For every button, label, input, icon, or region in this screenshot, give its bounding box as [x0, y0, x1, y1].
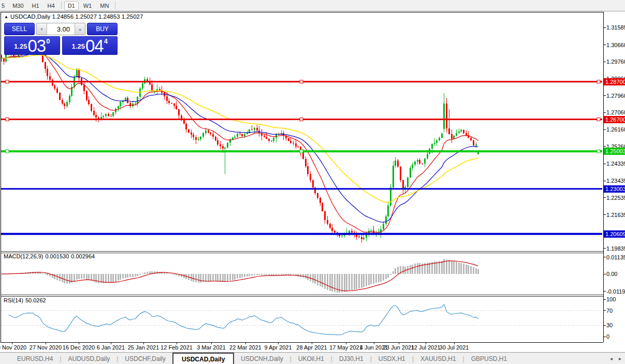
macd-axis-label: -0.01190: [606, 288, 625, 295]
line-handle: [6, 80, 9, 83]
timeframe-button-5[interactable]: 5: [1, 1, 8, 10]
tab-scroll-left-button[interactable]: ◂: [610, 356, 613, 361]
date-axis-label: 25 Jan 2021: [128, 344, 159, 351]
axis-ticks: [12, 27, 606, 344]
rsi-indicator-title: RSI(14)50.0262: [4, 297, 48, 303]
date-axis-label: 9 Apr 2021: [264, 344, 292, 351]
bid-price-display[interactable]: 1.25030: [4, 36, 60, 55]
lot-size-stepper: ▼ 3.00 ▲: [36, 23, 85, 35]
arrow-up-icon: ▲: [78, 27, 82, 31]
line-handle: [300, 80, 303, 83]
lot-increase-button[interactable]: ▲: [75, 23, 85, 35]
line-handle: [300, 150, 303, 153]
symbol-tab-usdcnh[interactable]: USDCNH,Daily: [234, 353, 289, 364]
macd-label: MACD(12,26,9): [4, 253, 43, 259]
ma-fast-line: [2, 51, 478, 232]
symbol-collapse-icon[interactable]: ▲: [4, 14, 8, 19]
date-axis-label: 12 Jul 2021: [411, 344, 441, 351]
timeframe-button-h4[interactable]: H4: [44, 1, 59, 10]
timeframe-button-m30[interactable]: M30: [9, 1, 27, 10]
chart-ohlc-values: 1.24856 1.25027 1.24853 1.25027: [52, 13, 143, 20]
timeframe-toolbar: 5M30H1H4D1W1MN: [0, 0, 625, 11]
horizontal-level-lines: [1, 80, 602, 234]
date-axis-label: 16 Dec 2020: [63, 344, 95, 351]
rsi-axis-label: 70: [606, 308, 613, 314]
date-axis-label: 6 Jan 2021: [97, 344, 125, 351]
hline-price-label: 1.28700: [604, 78, 625, 85]
date-axis-label: 12 Feb 2021: [161, 344, 193, 351]
price-axis-label: 1.19835: [606, 245, 625, 252]
rsi-plot: [9, 304, 478, 335]
timeframe-button-mn[interactable]: MN: [96, 1, 112, 10]
chart-title: ▲USDCAD,Daily 1.24856 1.25027 1.24853 1.…: [4, 13, 143, 20]
symbol-tab-gbpusd[interactable]: GBPUSD,H1: [464, 353, 514, 364]
rsi-label: RSI(14): [4, 297, 23, 303]
price-axis-label: 1.22535: [606, 195, 625, 201]
symbol-tab-dj30[interactable]: DJ30,H1: [332, 353, 370, 364]
date-axis-label: 22 Mar 2021: [229, 344, 261, 351]
price-axis-label: 1.27960: [606, 93, 625, 99]
line-handle: [6, 150, 9, 153]
tab-scroll-arrows: ◂▸: [610, 353, 621, 364]
rsi-level-lines: [1, 311, 602, 326]
rsi-axis-label: 100: [606, 296, 616, 302]
candlesticks-layer: [1, 44, 479, 243]
tab-scroll-right-button[interactable]: ▸: [619, 356, 621, 361]
price-axis-label: 1.31585: [606, 24, 625, 31]
timeframe-button-h1[interactable]: H1: [28, 1, 43, 10]
date-axis-label: 23 Jun 2021: [383, 344, 415, 351]
date-axis-label: 17 May 2021: [329, 344, 362, 351]
one-click-trading-panel: SELL ▼ 3.00 ▲ BUY 1.25030 1.25044: [4, 23, 118, 55]
ma-fast: [2, 51, 478, 232]
rsi-line: [9, 304, 478, 335]
symbol-tab-audusd[interactable]: AUDUSD,Daily: [61, 353, 117, 364]
date-axis-label: 9 Nov 2020: [0, 344, 26, 351]
tabbar-spacer: [0, 353, 10, 364]
rsi-axis-label: 30: [606, 322, 613, 328]
lot-decrease-button[interactable]: ▼: [37, 23, 47, 35]
symbol-tab-usdchf[interactable]: USDCHF,Daily: [118, 353, 172, 364]
rsi-value: 50.0262: [25, 297, 46, 303]
timeframe-button-w1[interactable]: W1: [80, 1, 96, 10]
date-axis-label: 28 Apr 2021: [296, 344, 327, 351]
macd-histogram: [1, 259, 479, 293]
line-handle: [6, 118, 9, 121]
line-handle: [300, 118, 303, 121]
line-handle: [597, 118, 600, 121]
buy-button[interactable]: BUY: [87, 23, 118, 35]
symbol-tab-xauusd[interactable]: XAUUSD,H1: [414, 353, 463, 364]
hline-price-label: 1.25003: [604, 148, 625, 155]
symbol-tab-usdcad[interactable]: USDCAD,Daily: [172, 353, 234, 364]
price-axis-label: 1.24335: [606, 161, 625, 167]
date-axis-label: 3 Mar 2021: [197, 344, 226, 351]
timeframe-button-d1[interactable]: D1: [64, 1, 79, 10]
sell-button[interactable]: SELL: [4, 23, 35, 35]
symbol-tab-bar: EURUSD,H4|AUDUSD,Daily|USDCHF,DailyUSDCA…: [0, 352, 625, 364]
lot-size-input[interactable]: 3.00: [47, 23, 75, 35]
arrow-down-icon: ▼: [40, 27, 43, 31]
macd-main-value: 0.001530: [45, 253, 69, 259]
line-handle: [597, 80, 600, 83]
macd-axis-label: 0.01135: [606, 254, 625, 260]
macd-signal-value: 0.002964: [71, 253, 95, 259]
price-axis-label: 1.23435: [606, 178, 625, 184]
symbol-tab-ukoil[interactable]: UKOil,H1: [292, 353, 331, 364]
price-axis-label: 1.30660: [606, 42, 625, 48]
chart-frame: [1, 12, 603, 342]
hline-price-label: 1.23003: [604, 185, 625, 193]
price-axis-label: 1.21635: [606, 212, 625, 218]
date-axis-label: 27 Nov 2020: [30, 344, 62, 351]
hline-price-label: 1.26700: [604, 116, 625, 123]
ask-price-display[interactable]: 1.25044: [62, 36, 118, 55]
mt4-application: 5M30H1H4D1W1MN ▲USDCAD,Daily 1.24856 1.2…: [0, 0, 625, 364]
line-handle: [597, 150, 600, 153]
toolbar-separator: [115, 2, 115, 9]
hline-price-label: 1.20609: [604, 230, 625, 238]
symbol-tab-usdx[interactable]: USDX,H1: [372, 353, 412, 364]
price-axis-label: 1.29760: [606, 59, 625, 65]
toolbar-separator: [61, 2, 62, 9]
macd-indicator-title: MACD(12,26,9)0.0015300.002964: [4, 253, 97, 259]
chart-symbol-label: USDCAD,Daily: [10, 13, 50, 20]
symbol-tab-eurusd[interactable]: EURUSD,H4: [10, 353, 60, 364]
date-axis-label: 30 Jul 2021: [440, 344, 469, 351]
